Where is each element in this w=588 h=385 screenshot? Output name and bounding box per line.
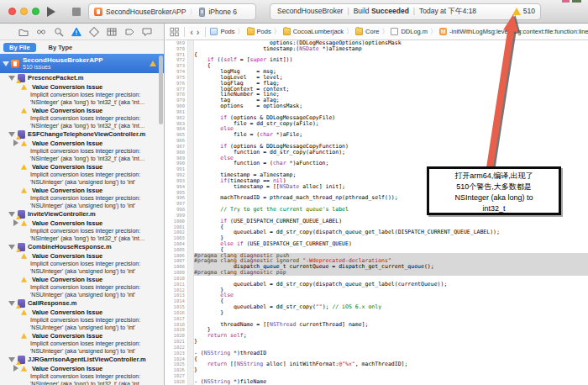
line-number[interactable]: 989 — [165, 156, 185, 161]
code-line[interactable]: } — [194, 339, 588, 345]
line-number[interactable]: 969 — [165, 40, 185, 46]
line-number[interactable]: 1014 — [165, 298, 185, 304]
issue-description[interactable]: Implicit conversion loses integer precis… — [0, 340, 164, 347]
line-number[interactable]: 1028 — [165, 379, 185, 385]
code-line[interactable]: - (NSString *)threadID — [194, 351, 588, 356]
code-line[interactable]: } — [194, 327, 588, 333]
file-row[interactable]: PresencePacket.m — [0, 73, 164, 82]
issue-description[interactable]: Implicit conversion loses integer precis… — [0, 260, 164, 267]
issue-title-row[interactable]: Value Conversion Issue — [0, 364, 164, 372]
line-number[interactable]: 993 — [165, 178, 185, 184]
breadcrumb-item[interactable]: DDLog.m — [391, 28, 428, 35]
issue-title-row[interactable]: Value Conversion Issue — [0, 186, 164, 194]
line-number[interactable]: 994 — [165, 184, 185, 190]
focus-ribbon[interactable] — [188, 40, 194, 385]
issue-description[interactable]: Implicit conversion loses integer precis… — [0, 91, 164, 98]
device-name[interactable]: iPhone 6 — [208, 8, 237, 16]
line-number-gutter[interactable]: 9699709719729739749759769779789799809819… — [165, 40, 188, 385]
file-row[interactable]: CombineHouseResponse.m — [0, 242, 164, 251]
line-number[interactable]: 971 — [165, 52, 185, 58]
line-number[interactable]: 992 — [165, 172, 185, 178]
line-number[interactable]: 1011 — [165, 282, 185, 287]
issue-title-row[interactable]: Value Conversion Issue — [0, 308, 164, 316]
test-navigator-icon[interactable] — [89, 27, 99, 37]
line-number[interactable]: 991 — [165, 166, 185, 172]
filter-tab-by-file[interactable]: By File — [3, 43, 36, 52]
stop-button[interactable] — [72, 8, 81, 16]
issue-description[interactable]: Implicit conversion loses integer precis… — [0, 372, 164, 380]
disclosure-triangle-icon[interactable] — [8, 132, 15, 137]
line-number[interactable]: 978 — [165, 92, 185, 98]
file-row[interactable]: ESFChangeTelephoneViewController.m — [0, 129, 164, 139]
report-navigator-icon[interactable] — [142, 27, 152, 37]
window-close-button[interactable] — [8, 8, 16, 15]
issue-description[interactable]: 'NSUInteger' (aka 'unsigned long') to 'i… — [0, 347, 164, 355]
warning-count-badge[interactable]: 510 — [512, 7, 535, 15]
project-row[interactable]: SecondHouseBrokerAPP 510 issues — [0, 54, 164, 73]
find-navigator-icon[interactable] — [54, 27, 64, 37]
breadcrumb-item[interactable]: M-initWithLogMsg:level:flag:context:file… — [439, 28, 588, 35]
line-number[interactable]: 975 — [165, 75, 185, 81]
line-number[interactable]: 1021 — [165, 339, 185, 345]
line-number[interactable]: 1015 — [165, 304, 185, 310]
line-number[interactable]: 972 — [165, 57, 185, 63]
issue-title-row[interactable]: Value Conversion Issue — [0, 331, 164, 340]
code-line[interactable]: } — [194, 310, 588, 316]
disclosure-triangle-icon[interactable] — [8, 357, 15, 362]
disclosure-triangle-icon[interactable] — [8, 212, 15, 217]
issue-title-row[interactable]: Value Conversion Issue — [0, 219, 164, 227]
line-number[interactable]: 990 — [165, 161, 185, 166]
code-line[interactable]: file = dd_str_copy(aFile); — [194, 121, 588, 127]
line-number[interactable]: 982 — [165, 115, 185, 121]
line-number[interactable]: 973 — [165, 63, 185, 69]
issue-title-row[interactable]: Value Conversion Issue — [0, 106, 164, 114]
line-number[interactable]: 987 — [165, 144, 185, 150]
issue-description[interactable]: 'NSInteger' (aka 'long') to 'int32_t' (a… — [0, 235, 164, 242]
file-row[interactable]: CallResponse.m — [0, 298, 164, 308]
code-line[interactable]: } — [194, 287, 588, 293]
issue-description[interactable]: 'NSInteger' (aka 'long') to 'int32_t' (a… — [0, 98, 164, 106]
line-number[interactable]: 1013 — [165, 293, 185, 298]
issue-description[interactable]: Implicit conversion loses integer precis… — [0, 114, 164, 122]
line-number[interactable]: 1020 — [165, 333, 185, 339]
line-number[interactable]: 1019 — [165, 327, 185, 333]
line-number[interactable]: 983 — [165, 121, 185, 127]
line-number[interactable]: 1025 — [165, 361, 185, 367]
filter-tab-by-type[interactable]: By Type — [43, 43, 79, 52]
code-line[interactable]: function = dd_str_copy(aFunction); — [194, 150, 588, 156]
line-number[interactable]: 995 — [165, 190, 185, 196]
issue-description[interactable]: Implicit conversion loses integer precis… — [0, 171, 164, 178]
line-number[interactable]: 1006 — [165, 253, 185, 259]
line-number[interactable]: 1024 — [165, 356, 185, 362]
code-line[interactable]: if ((self = [super init])) — [194, 57, 588, 63]
line-number[interactable]: 998 — [165, 207, 185, 213]
code-line[interactable]: threadName = [[NSThread currentThread] n… — [194, 322, 588, 328]
code-line[interactable]: queueLabel = dd_str_copy(dispatch_queue_… — [194, 229, 588, 235]
window-minimize-button[interactable] — [20, 8, 28, 15]
issue-title-row[interactable]: Value Conversion Issue — [0, 139, 164, 147]
line-number[interactable]: 1009 — [165, 270, 185, 276]
issue-description[interactable]: 'NSInteger' (aka 'long') to 'int32_t' (a… — [0, 380, 164, 385]
disclosure-triangle-icon[interactable] — [8, 245, 15, 250]
disclosure-triangle-icon[interactable] — [13, 140, 18, 146]
line-number[interactable]: 976 — [165, 81, 185, 87]
issue-description[interactable]: 'NSUInteger' (aka 'unsigned long') to 'i… — [0, 202, 164, 209]
issue-description[interactable]: 'NSUInteger' (aka 'unsigned long') to 'i… — [0, 267, 164, 275]
code-line[interactable]: timestamp:(NSDate *)aTimestamp — [194, 46, 588, 52]
breadcrumb-item[interactable]: CocoaLumberjack — [283, 28, 344, 35]
line-number[interactable]: 1018 — [165, 322, 185, 328]
code-line[interactable]: options = optionsMask; — [194, 103, 588, 109]
disclosure-triangle-icon[interactable] — [3, 61, 9, 66]
line-number[interactable]: 974 — [165, 69, 185, 75]
line-number[interactable]: 977 — [165, 87, 185, 92]
related-items-icon[interactable] — [170, 27, 179, 37]
code-line[interactable]: else if (USE_DISPATCH_GET_CURRENT_QUEUE) — [194, 241, 588, 247]
issue-title-row[interactable]: Value Conversion Issue — [0, 82, 164, 91]
issue-description[interactable]: Implicit conversion loses integer precis… — [0, 283, 164, 291]
code-line[interactable]: file = (char *)aFile; — [194, 132, 588, 138]
issue-description[interactable]: Implicit conversion loses integer precis… — [0, 316, 164, 324]
line-number[interactable]: 986 — [165, 138, 185, 144]
line-number[interactable]: 1008 — [165, 264, 185, 270]
disclosure-triangle-icon[interactable] — [13, 365, 18, 372]
code-line[interactable]: queueLabel = dd_str_copy(""); // iOS 6.x… — [194, 304, 588, 310]
